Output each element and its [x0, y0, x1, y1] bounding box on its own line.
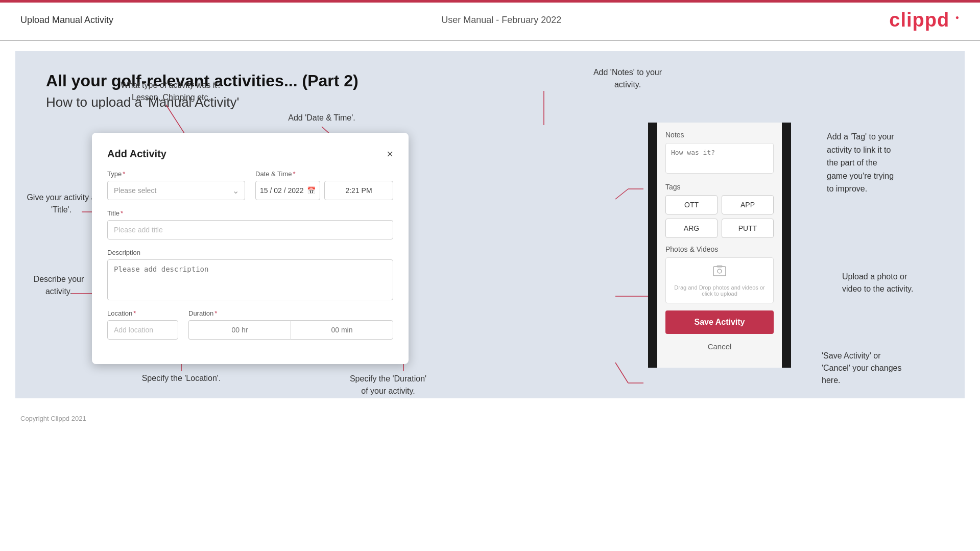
annotation-duration: Specify the 'Duration' of your activity. [332, 373, 444, 397]
main-content: All your golf-relevant activities... (Pa… [15, 51, 965, 398]
duration-hr-input[interactable] [188, 320, 291, 340]
footer: Copyright Clippd 2021 [0, 409, 980, 428]
tag-ott[interactable]: OTT [665, 195, 718, 214]
notes-section: Notes [665, 131, 774, 176]
page-title-left: Upload Manual Activity [20, 15, 113, 26]
modal-wrapper: Add Activity × Type* Please select ⌄ [92, 133, 409, 364]
annotation-upload: Upload a photo or video to the activity. [842, 271, 960, 295]
photo-icon [712, 264, 727, 281]
form-row-description: Description [107, 249, 393, 300]
annotation-give-title: Give your activity a 'Title'. [26, 191, 97, 216]
tag-arg[interactable]: ARG [665, 219, 718, 238]
form-row-type-date: Type* Please select ⌄ Date & Time* [107, 170, 393, 200]
time-input[interactable]: 2:21 PM [324, 181, 393, 200]
modal-close-button[interactable]: × [387, 149, 393, 160]
type-label: Type* [107, 170, 245, 178]
photo-upload-text: Drag and Drop photos and videos or click… [674, 284, 764, 297]
location-label: Location* [107, 309, 178, 317]
add-activity-modal: Add Activity × Type* Please select ⌄ [92, 133, 409, 364]
form-group-type: Type* Please select ⌄ [107, 170, 245, 200]
notes-label: Notes [665, 131, 774, 139]
phone-panel: Notes Tags OTT APP ARG PUTT [648, 123, 801, 368]
date-time-label: Date & Time* [255, 170, 393, 178]
save-activity-button[interactable]: Save Activity [665, 310, 774, 334]
annotation-what-type: What type of activity was it? Lesson, Ch… [117, 79, 225, 104]
modal-title: Add Activity [107, 148, 166, 160]
duration-label: Duration* [188, 309, 393, 317]
svg-point-18 [718, 269, 722, 273]
tags-section: Tags OTT APP ARG PUTT [665, 183, 774, 238]
form-row-location-duration: Location* Duration* [107, 309, 393, 340]
svg-line-16 [615, 363, 628, 383]
form-group-title: Title* [107, 209, 393, 239]
tags-label: Tags [665, 183, 774, 191]
form-group-duration: Duration* [188, 309, 393, 340]
form-group-location: Location* [107, 309, 178, 340]
date-time-wrapper: 15 / 02 / 2022 📅 2:21 PM [255, 181, 393, 200]
logo: clippd ● [889, 9, 960, 31]
svg-line-12 [615, 189, 628, 199]
type-select-wrapper: Please select ⌄ [107, 181, 245, 200]
annotation-tag: Add a 'Tag' to your activity to link it … [827, 130, 960, 196]
top-bar: Upload Manual Activity User Manual - Feb… [0, 0, 980, 41]
annotation-date-time: Add 'Date & Time'. [276, 112, 368, 124]
form-group-date-time: Date & Time* 15 / 02 / 2022 📅 2:21 PM [255, 170, 393, 200]
svg-rect-17 [713, 267, 726, 276]
phone-mockup: Notes Tags OTT APP ARG PUTT [648, 123, 791, 368]
notes-textarea[interactable] [665, 143, 774, 174]
phone-inner: Notes Tags OTT APP ARG PUTT [657, 123, 782, 368]
tag-putt[interactable]: PUTT [722, 219, 774, 238]
tags-grid: OTT APP ARG PUTT [665, 195, 774, 238]
phone-left-bar [648, 123, 657, 368]
duration-wrapper [188, 320, 393, 340]
tag-app[interactable]: APP [722, 195, 774, 214]
photos-label: Photos & Videos [665, 245, 774, 253]
duration-min-input[interactable] [291, 320, 393, 340]
type-select[interactable]: Please select [107, 181, 245, 200]
cancel-button[interactable]: Cancel [665, 339, 774, 354]
location-input[interactable] [107, 320, 178, 340]
description-label: Description [107, 249, 393, 256]
annotation-notes: Add 'Notes' to your activity. [577, 66, 679, 91]
modal-header: Add Activity × [107, 148, 393, 160]
calendar-icon: 📅 [307, 186, 316, 195]
page-title-center: User Manual - February 2022 [441, 15, 561, 26]
photos-section: Photos & Videos Drag and Drop photo [665, 245, 774, 303]
phone-content-wrapper: Notes Tags OTT APP ARG PUTT [648, 123, 791, 368]
date-input[interactable]: 15 / 02 / 2022 📅 [255, 181, 320, 200]
form-row-title: Title* [107, 209, 393, 239]
title-label: Title* [107, 209, 393, 217]
photo-upload-area[interactable]: Drag and Drop photos and videos or click… [665, 257, 774, 303]
form-group-description: Description [107, 249, 393, 300]
title-input[interactable] [107, 220, 393, 239]
copyright-text: Copyright Clippd 2021 [20, 415, 86, 422]
description-textarea[interactable] [107, 259, 393, 300]
phone-right-bar [782, 123, 791, 368]
annotation-describe: Describe your activity. [26, 273, 92, 298]
annotation-save: 'Save Activity' or 'Cancel' your changes… [822, 350, 960, 387]
annotation-location: Specify the 'Location'. [138, 373, 225, 384]
